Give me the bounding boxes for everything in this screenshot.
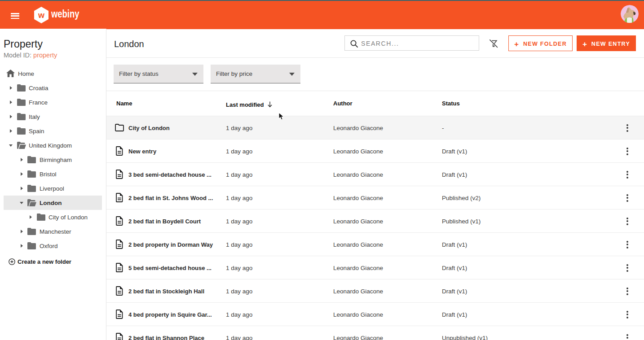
svg-text:w: w (38, 11, 45, 20)
